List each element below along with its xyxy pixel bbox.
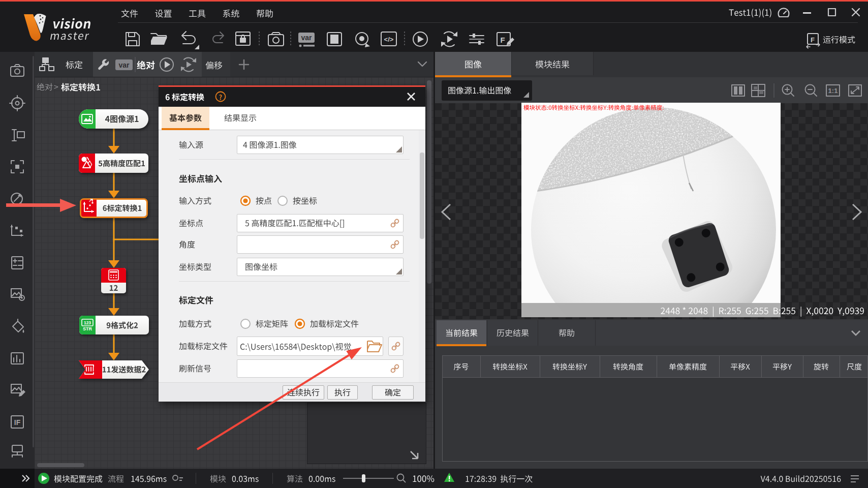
svg-text:IF: IF bbox=[14, 418, 21, 426]
svg-text:F: F bbox=[500, 36, 505, 44]
svg-text:F: F bbox=[811, 36, 815, 44]
svg-text:var: var bbox=[118, 61, 130, 69]
svg-text:</>: </> bbox=[384, 36, 394, 43]
svg-text:STR: STR bbox=[83, 326, 92, 331]
svg-text:1:1: 1:1 bbox=[828, 87, 838, 95]
svg-text:123: 123 bbox=[84, 320, 91, 325]
svg-text:var: var bbox=[301, 34, 312, 42]
